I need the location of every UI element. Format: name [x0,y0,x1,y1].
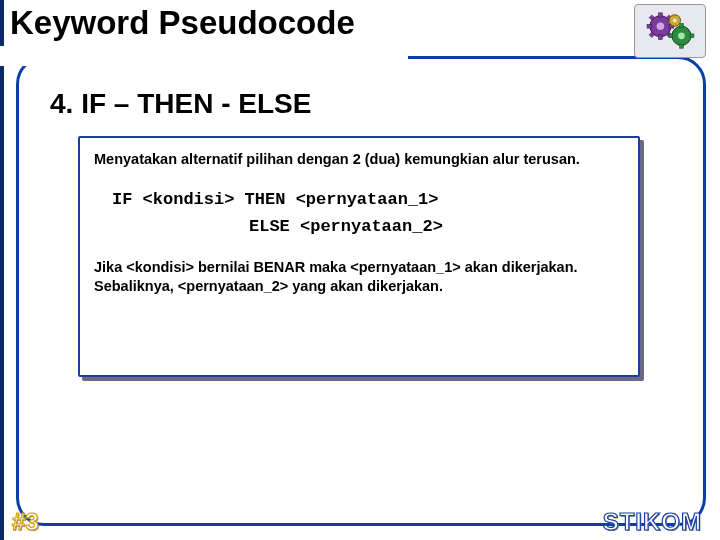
svg-point-11 [678,32,685,39]
description-text: Menyatakan alternatif pilihan dengan 2 (… [94,150,624,170]
slide-number: #3 [12,508,39,536]
svg-rect-14 [669,34,673,38]
brand-label: STIKOM [603,508,702,536]
svg-point-17 [673,19,677,23]
gears-icon [634,4,706,58]
svg-rect-15 [690,34,694,38]
svg-point-1 [657,22,665,30]
svg-rect-12 [680,23,684,27]
content-box: Menyatakan alternatif pilihan dengan 2 (… [78,136,640,377]
title-border-cut [0,46,408,66]
code-line-1: IF <kondisi> THEN <pernyataan_1> [112,190,624,209]
explanation-text: Jika <kondisi> bernilai BENAR maka <pern… [94,258,624,297]
section-heading: 4. IF – THEN - ELSE [50,88,311,120]
svg-rect-13 [680,44,684,48]
left-accent-strip [0,0,4,540]
code-line-2: ELSE <pernyataan_2> [249,217,624,236]
slide-title: Keyword Pseudocode [10,4,355,42]
svg-rect-2 [659,13,663,18]
svg-rect-4 [647,24,652,28]
svg-rect-3 [659,35,663,40]
slide: Keyword Pseudocode [0,0,720,540]
